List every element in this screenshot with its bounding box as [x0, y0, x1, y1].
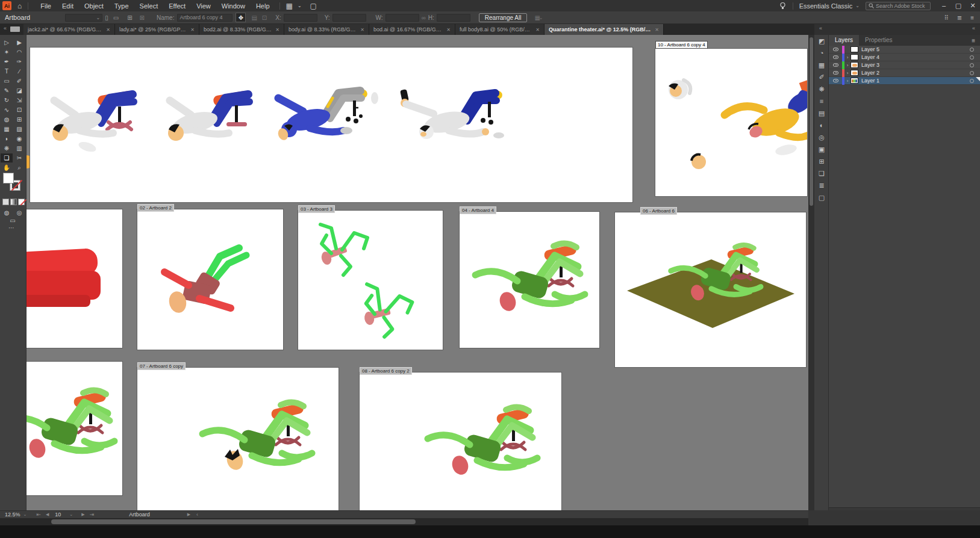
selection-tool[interactable]: ▷: [1, 38, 13, 47]
artboard-10[interactable]: [655, 49, 807, 196]
artboard-08[interactable]: [360, 373, 561, 510]
layer-thumbnail[interactable]: [850, 62, 858, 68]
menu-edit[interactable]: Edit: [62, 2, 73, 10]
x-field[interactable]: [284, 14, 317, 22]
zoom-chevron-icon[interactable]: ⌄: [23, 512, 27, 517]
arrange-chevron-icon[interactable]: ⌄: [295, 3, 304, 8]
fill-color-swatch[interactable]: [3, 173, 14, 184]
grid-chevron-icon[interactable]: ⌄: [539, 15, 543, 20]
blend-tool[interactable]: ◉: [13, 134, 25, 143]
layer-thumbnail[interactable]: [850, 46, 858, 52]
visibility-eye-icon[interactable]: [833, 55, 838, 59]
layer-row-3[interactable]: › Layer 3: [829, 61, 980, 69]
artboard-07[interactable]: [137, 368, 339, 510]
artboard-label-06[interactable]: 06 - Artboard 6: [640, 207, 677, 215]
type-tool[interactable]: T: [1, 67, 13, 76]
app-logo-icon[interactable]: Ai: [2, 1, 11, 10]
target-circle-icon[interactable]: [970, 48, 974, 52]
close-icon[interactable]: ✕: [360, 27, 364, 32]
artboard-label-02[interactable]: 02 - Artboard 2: [137, 204, 174, 212]
color-guide-panel-icon[interactable]: ◔: [814, 47, 829, 59]
column-graph-tool[interactable]: ▥: [13, 144, 25, 153]
appearance-panel-icon[interactable]: ◎: [814, 131, 829, 143]
slice-tool[interactable]: ✂: [13, 153, 25, 162]
expand-chevron-icon[interactable]: ›: [844, 78, 850, 84]
w-field[interactable]: [385, 14, 419, 22]
perspective-grid-tool[interactable]: ⊞: [13, 115, 25, 124]
target-circle-icon[interactable]: [970, 63, 974, 67]
artboards-panel-icon[interactable]: ❏: [814, 167, 829, 179]
symbols-panel-icon[interactable]: ❋: [814, 83, 829, 95]
screen-mode-icon[interactable]: ▭: [7, 216, 19, 225]
close-icon[interactable]: ✕: [446, 27, 451, 32]
close-icon[interactable]: ✕: [106, 27, 110, 32]
arrange-documents-icon[interactable]: ▦: [284, 2, 295, 10]
gradient-panel-icon[interactable]: ▤: [814, 107, 829, 119]
collapse-panel-icon[interactable]: «: [972, 25, 975, 35]
link-dimensions-icon[interactable]: ∞: [422, 14, 426, 21]
line-segment-tool[interactable]: ∕: [13, 67, 25, 76]
share-document-icon[interactable]: ▢: [308, 2, 319, 10]
asset-export-panel-icon[interactable]: ⊞: [814, 155, 829, 167]
expand-chevron-icon[interactable]: ›: [844, 55, 850, 60]
zoom-level[interactable]: 12.5%: [5, 512, 20, 518]
curvature-tool[interactable]: ✑: [13, 57, 25, 66]
tab-body[interactable]: body.ai @ 8.33% (RGB/GPU Preview) ✕: [284, 24, 369, 35]
canvas[interactable]: 10 - Artboard 6 copy 4: [27, 35, 808, 510]
hand-tool[interactable]: ✋: [1, 163, 13, 172]
panel-list-icon[interactable]: ≣: [957, 14, 962, 21]
artboard-preset-dropdown[interactable]: ⌄: [65, 14, 102, 22]
collapse-toolbar-icon[interactable]: «: [0, 24, 9, 35]
graphic-styles-panel-icon[interactable]: ▣: [814, 143, 829, 155]
tab-bod[interactable]: bod.ai @ 16.67% (RGB/GPU Preview) ✕: [369, 24, 455, 35]
layer-name[interactable]: Layer 3: [861, 62, 970, 68]
layer-name[interactable]: Layer 4: [861, 54, 970, 60]
libraries-panel-icon[interactable]: ▢: [814, 191, 829, 203]
next-artboard-icon[interactable]: ▶: [81, 512, 84, 517]
artboard-options-icon[interactable]: ⊡: [262, 14, 267, 21]
artboard-couch-partial[interactable]: [27, 209, 122, 348]
horizontal-scrollbar[interactable]: [0, 518, 808, 525]
new-artboard-icon[interactable]: ⊞: [127, 14, 132, 21]
layer-thumbnail[interactable]: [850, 78, 858, 84]
swatches-panel-icon[interactable]: ▦: [814, 59, 829, 71]
target-circle-icon[interactable]: [970, 55, 974, 60]
artboard-tool[interactable]: ❏: [1, 153, 13, 162]
artboard-04[interactable]: [460, 212, 599, 348]
artboard-03[interactable]: [298, 211, 443, 350]
minimize-button[interactable]: –: [937, 2, 951, 10]
tab-jack2[interactable]: jack2.ai* @ 66.67% (RGB/GPU Preview) ✕: [23, 24, 115, 35]
h-field[interactable]: [437, 14, 470, 22]
toolbar-grip[interactable]: [10, 26, 20, 32]
status-tool-label[interactable]: Artboard: [129, 512, 150, 518]
visibility-eye-icon[interactable]: [833, 79, 838, 82]
layer-row-2[interactable]: › Layer 2: [829, 69, 980, 77]
restore-button[interactable]: ▢: [951, 2, 966, 10]
layer-name[interactable]: Layer 1: [861, 78, 970, 84]
expand-chevron-icon[interactable]: ›: [844, 70, 850, 76]
color-mode-button[interactable]: [2, 199, 9, 205]
stroke-panel-icon[interactable]: ≡: [814, 95, 829, 107]
menu-effect[interactable]: Effect: [169, 2, 186, 10]
rearrange-all-button[interactable]: Rearrange All: [479, 13, 528, 22]
artboard-02[interactable]: [137, 209, 283, 350]
zoom-tool[interactable]: ⌕: [13, 163, 25, 172]
pencil-tool[interactable]: ✎: [1, 86, 13, 95]
artboard-01[interactable]: [30, 48, 632, 202]
menu-object[interactable]: Object: [84, 2, 104, 10]
gradient-mode-button[interactable]: [10, 199, 17, 205]
previous-artboard-icon[interactable]: ◀: [46, 512, 49, 517]
landscape-orientation-icon[interactable]: ▭: [113, 14, 119, 21]
vertical-scrollbar-thumb[interactable]: [810, 37, 813, 206]
brushes-panel-icon[interactable]: ✐: [814, 71, 829, 83]
rectangle-tool[interactable]: ▭: [1, 76, 13, 85]
eraser-tool[interactable]: ◪: [13, 86, 25, 95]
move-artboard-button[interactable]: ✥: [236, 13, 246, 22]
lightbulb-icon[interactable]: [779, 2, 787, 10]
dots-grid-icon[interactable]: ⠿: [944, 14, 948, 21]
visibility-eye-icon[interactable]: [833, 48, 838, 51]
eyedropper-tool[interactable]: ◗: [1, 134, 13, 143]
artboard-label-04[interactable]: 04 - Artboard 4: [460, 206, 496, 214]
close-icon[interactable]: ✕: [535, 27, 540, 32]
gradient-tool[interactable]: ▨: [13, 125, 25, 134]
